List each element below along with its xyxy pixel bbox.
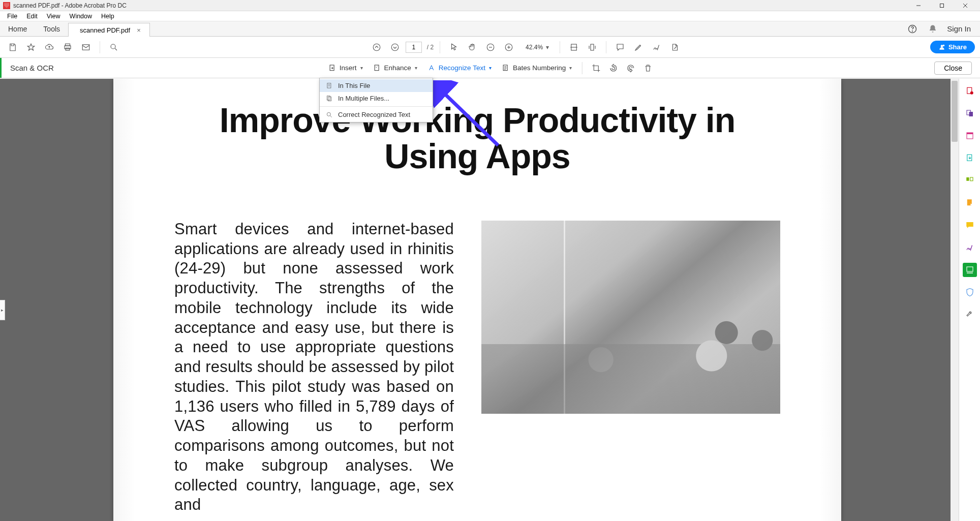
svg-rect-32	[966, 177, 969, 181]
document-tab-label: scanned PDF.pdf	[80, 26, 130, 34]
rotate-right-icon[interactable]	[623, 60, 638, 76]
page-count: / 2	[427, 44, 434, 51]
tab-home[interactable]: Home	[0, 21, 35, 36]
menu-correct-text[interactable]: Correct Recognized Text	[320, 108, 433, 121]
tab-tools[interactable]: Tools	[35, 21, 68, 36]
close-tab-button[interactable]: ×	[135, 26, 142, 34]
menu-view[interactable]: View	[43, 12, 65, 20]
menu-separator	[320, 106, 433, 107]
share-button[interactable]: Share	[930, 41, 975, 53]
maximize-button[interactable]	[930, 0, 954, 11]
menu-file[interactable]: File	[3, 12, 21, 20]
menu-edit[interactable]: Edit	[22, 12, 42, 20]
svg-point-21	[943, 44, 945, 46]
svg-line-40	[330, 115, 332, 117]
more-tools-icon[interactable]	[667, 40, 683, 55]
svg-point-12	[373, 44, 380, 51]
chevron-down-icon[interactable]: ▾	[543, 44, 552, 51]
save-icon[interactable]	[5, 40, 20, 55]
menu-in-multiple-files[interactable]: In Multiple Files...	[320, 92, 433, 105]
svg-rect-28	[969, 112, 973, 116]
svg-rect-36	[327, 83, 331, 87]
organize-pages-icon[interactable]	[963, 173, 977, 188]
svg-rect-9	[82, 44, 89, 50]
send-comments-icon[interactable]	[963, 196, 977, 210]
window-title: scanned PDF.pdf - Adobe Acrobat Pro DC	[13, 2, 907, 9]
sign-icon[interactable]	[649, 40, 664, 55]
zoom-level[interactable]: 42.4%▾	[519, 43, 554, 52]
print-icon[interactable]	[60, 40, 75, 55]
comment-icon[interactable]	[612, 40, 628, 55]
select-tool-icon[interactable]	[446, 40, 462, 55]
export-pdf-icon[interactable]	[963, 151, 977, 165]
page-down-icon[interactable]	[387, 40, 403, 55]
pdf-page: Improve Working Productivity in Using Ap…	[113, 79, 841, 521]
vertical-scrollbar[interactable]	[951, 79, 959, 521]
svg-point-13	[391, 44, 399, 51]
svg-rect-37	[327, 96, 330, 100]
document-viewport[interactable]: Improve Working Productivity in Using Ap…	[0, 79, 951, 521]
bates-numbering-button[interactable]: Bates Numbering▾	[498, 62, 576, 74]
svg-rect-31	[967, 155, 971, 161]
menu-help[interactable]: Help	[97, 12, 118, 20]
svg-rect-22	[330, 65, 334, 71]
page-up-icon[interactable]	[369, 40, 384, 55]
svg-point-26	[970, 91, 973, 95]
help-icon[interactable]	[906, 23, 918, 35]
insert-button[interactable]: Insert▾	[324, 62, 367, 74]
find-icon[interactable]	[106, 40, 121, 55]
star-icon[interactable]	[23, 40, 39, 55]
enhance-button[interactable]: Enhance▾	[369, 62, 421, 74]
hand-tool-icon[interactable]	[465, 40, 480, 55]
rotate-left-icon[interactable]	[606, 60, 621, 76]
page-number-input[interactable]	[406, 42, 422, 53]
zoom-value: 42.4%	[522, 44, 543, 51]
cloud-upload-icon[interactable]	[42, 40, 57, 55]
comment-tool-icon[interactable]	[963, 218, 977, 232]
fill-sign-icon[interactable]	[963, 240, 977, 255]
scan-ocr-title: Scan & OCR	[0, 64, 54, 72]
scan-ocr-tool-icon[interactable]	[963, 263, 977, 277]
document-heading: Improve Working Productivity in Using Ap…	[174, 102, 780, 190]
document-tab[interactable]: scanned PDF.pdf ×	[68, 23, 150, 37]
close-window-button[interactable]	[954, 0, 977, 11]
more-tools-panel-icon[interactable]	[963, 308, 977, 322]
menu-in-this-file[interactable]: In This File	[320, 79, 433, 92]
recognize-text-dropdown: In This File In Multiple Files... Correc…	[319, 78, 433, 122]
close-toolbar-button[interactable]: Close	[934, 62, 972, 75]
create-pdf-icon[interactable]	[963, 84, 977, 98]
tabbar: Home Tools scanned PDF.pdf × Sign In	[0, 21, 980, 37]
svg-rect-8	[66, 48, 70, 50]
svg-point-5	[912, 30, 913, 31]
svg-rect-38	[328, 97, 331, 101]
svg-rect-1	[940, 4, 944, 7]
menu-window[interactable]: Window	[66, 12, 96, 20]
menubar: File Edit View Window Help	[0, 11, 980, 21]
svg-rect-35	[967, 267, 973, 271]
notifications-icon[interactable]	[927, 23, 939, 35]
minimize-button[interactable]	[907, 0, 930, 11]
protect-icon[interactable]	[963, 285, 977, 299]
combine-files-icon[interactable]	[963, 106, 977, 120]
left-panel-expand[interactable]	[0, 300, 5, 320]
main-toolbar: / 2 42.4%▾ Share	[0, 37, 980, 58]
svg-rect-20	[591, 44, 594, 50]
sign-in-link[interactable]: Sign In	[947, 24, 971, 33]
crop-icon[interactable]	[589, 60, 604, 76]
email-icon[interactable]	[78, 40, 94, 55]
workspace: Improve Working Productivity in Using Ap…	[0, 79, 980, 521]
zoom-in-icon[interactable]	[501, 40, 516, 55]
svg-point-10	[111, 44, 115, 49]
svg-rect-30	[967, 133, 973, 134]
edit-pdf-icon[interactable]	[963, 129, 977, 143]
delete-icon[interactable]	[640, 60, 656, 76]
right-tools-panel	[959, 79, 980, 521]
scrollbar-thumb[interactable]	[952, 81, 958, 142]
highlight-icon[interactable]	[631, 40, 646, 55]
recognize-text-button[interactable]: Recognize Text▾	[423, 62, 496, 74]
fit-width-icon[interactable]	[566, 40, 581, 55]
zoom-out-icon[interactable]	[483, 40, 498, 55]
fit-page-icon[interactable]	[585, 40, 600, 55]
titlebar: scanned PDF.pdf - Adobe Acrobat Pro DC	[0, 0, 980, 11]
scan-ocr-toolbar: Scan & OCR Insert▾ Enhance▾ Recognize Te…	[0, 58, 980, 78]
